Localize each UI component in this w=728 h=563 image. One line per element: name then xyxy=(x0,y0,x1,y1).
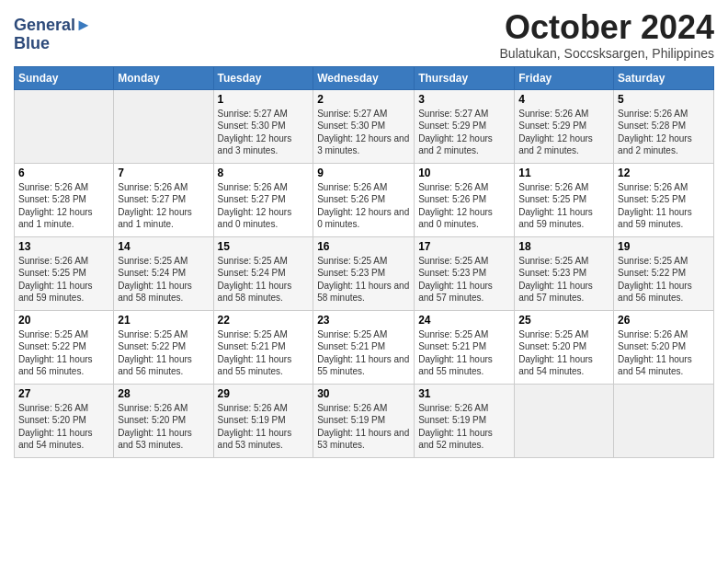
day-number: 3 xyxy=(418,93,510,106)
calendar-day-cell: 22Sunrise: 5:25 AM Sunset: 5:21 PM Dayli… xyxy=(213,310,313,384)
day-info: Sunrise: 5:25 AM Sunset: 5:22 PM Dayligh… xyxy=(18,328,109,378)
day-number: 19 xyxy=(618,240,710,253)
calendar-day-cell: 26Sunrise: 5:26 AM Sunset: 5:20 PM Dayli… xyxy=(614,310,714,384)
day-number: 24 xyxy=(418,314,510,327)
day-number: 30 xyxy=(317,387,410,400)
day-info: Sunrise: 5:25 AM Sunset: 5:21 PM Dayligh… xyxy=(218,328,310,378)
day-of-week-header: Saturday xyxy=(614,66,714,89)
day-info: Sunrise: 5:25 AM Sunset: 5:22 PM Dayligh… xyxy=(118,328,209,378)
day-info: Sunrise: 5:26 AM Sunset: 5:26 PM Dayligh… xyxy=(317,181,410,231)
day-info: Sunrise: 5:25 AM Sunset: 5:24 PM Dayligh… xyxy=(218,255,310,304)
calendar-day-cell: 28Sunrise: 5:26 AM Sunset: 5:20 PM Dayli… xyxy=(114,384,213,457)
calendar-day-cell xyxy=(614,384,714,457)
day-info: Sunrise: 5:26 AM Sunset: 5:20 PM Dayligh… xyxy=(18,402,109,452)
day-info: Sunrise: 5:25 AM Sunset: 5:23 PM Dayligh… xyxy=(518,255,609,304)
calendar-week-row: 20Sunrise: 5:25 AM Sunset: 5:22 PM Dayli… xyxy=(15,310,714,384)
day-number: 26 xyxy=(618,314,710,327)
calendar-day-cell: 19Sunrise: 5:25 AM Sunset: 5:22 PM Dayli… xyxy=(614,236,714,310)
calendar-day-cell: 25Sunrise: 5:25 AM Sunset: 5:20 PM Dayli… xyxy=(515,310,614,384)
day-number: 9 xyxy=(317,167,410,179)
day-number: 21 xyxy=(118,314,209,327)
page-header: General►Blue October 2024 Bulatukan, Soc… xyxy=(14,9,714,61)
calendar-day-cell xyxy=(15,89,114,163)
calendar-week-row: 6Sunrise: 5:26 AM Sunset: 5:28 PM Daylig… xyxy=(15,163,714,236)
day-number: 2 xyxy=(317,93,410,106)
day-info: Sunrise: 5:25 AM Sunset: 5:24 PM Dayligh… xyxy=(118,255,209,304)
day-info: Sunrise: 5:26 AM Sunset: 5:25 PM Dayligh… xyxy=(618,181,710,231)
calendar-day-cell: 4Sunrise: 5:26 AM Sunset: 5:29 PM Daylig… xyxy=(515,89,614,163)
calendar-day-cell: 14Sunrise: 5:25 AM Sunset: 5:24 PM Dayli… xyxy=(114,236,213,310)
month-title: October 2024 xyxy=(500,9,714,46)
calendar-day-cell: 11Sunrise: 5:26 AM Sunset: 5:25 PM Dayli… xyxy=(515,163,614,236)
calendar-day-cell: 17Sunrise: 5:25 AM Sunset: 5:23 PM Dayli… xyxy=(415,236,515,310)
day-of-week-header: Thursday xyxy=(415,66,515,89)
calendar-day-cell: 29Sunrise: 5:26 AM Sunset: 5:19 PM Dayli… xyxy=(213,384,313,457)
day-info: Sunrise: 5:25 AM Sunset: 5:21 PM Dayligh… xyxy=(317,328,410,378)
day-info: Sunrise: 5:26 AM Sunset: 5:25 PM Dayligh… xyxy=(518,181,609,231)
day-number: 23 xyxy=(317,314,410,327)
day-info: Sunrise: 5:26 AM Sunset: 5:28 PM Dayligh… xyxy=(618,108,710,157)
day-info: Sunrise: 5:26 AM Sunset: 5:20 PM Dayligh… xyxy=(618,328,710,378)
day-number: 8 xyxy=(218,167,310,179)
calendar-day-cell: 24Sunrise: 5:25 AM Sunset: 5:21 PM Dayli… xyxy=(415,310,515,384)
calendar-day-cell: 7Sunrise: 5:26 AM Sunset: 5:27 PM Daylig… xyxy=(114,163,213,236)
day-number: 20 xyxy=(18,314,109,327)
day-info: Sunrise: 5:25 AM Sunset: 5:23 PM Dayligh… xyxy=(317,255,410,304)
calendar-day-cell xyxy=(114,89,213,163)
day-of-week-header: Wednesday xyxy=(313,66,415,89)
calendar-day-cell: 27Sunrise: 5:26 AM Sunset: 5:20 PM Dayli… xyxy=(15,384,114,457)
calendar-day-cell: 13Sunrise: 5:26 AM Sunset: 5:25 PM Dayli… xyxy=(15,236,114,310)
day-number: 6 xyxy=(18,167,109,179)
day-number: 5 xyxy=(618,93,710,106)
day-info: Sunrise: 5:26 AM Sunset: 5:27 PM Dayligh… xyxy=(118,181,209,231)
logo: General►Blue xyxy=(14,17,92,53)
day-number: 13 xyxy=(18,240,109,253)
calendar-day-cell: 16Sunrise: 5:25 AM Sunset: 5:23 PM Dayli… xyxy=(313,236,415,310)
calendar-day-cell: 18Sunrise: 5:25 AM Sunset: 5:23 PM Dayli… xyxy=(515,236,614,310)
day-info: Sunrise: 5:26 AM Sunset: 5:29 PM Dayligh… xyxy=(518,108,609,157)
day-number: 27 xyxy=(18,387,109,400)
day-of-week-header: Tuesday xyxy=(213,66,313,89)
day-info: Sunrise: 5:27 AM Sunset: 5:30 PM Dayligh… xyxy=(218,108,310,157)
calendar-day-cell: 6Sunrise: 5:26 AM Sunset: 5:28 PM Daylig… xyxy=(15,163,114,236)
day-info: Sunrise: 5:25 AM Sunset: 5:20 PM Dayligh… xyxy=(518,328,609,378)
day-info: Sunrise: 5:25 AM Sunset: 5:21 PM Dayligh… xyxy=(418,328,510,378)
calendar-table: SundayMondayTuesdayWednesdayThursdayFrid… xyxy=(14,66,714,458)
day-info: Sunrise: 5:26 AM Sunset: 5:19 PM Dayligh… xyxy=(317,402,410,452)
day-info: Sunrise: 5:27 AM Sunset: 5:30 PM Dayligh… xyxy=(317,108,410,157)
day-number: 18 xyxy=(518,240,609,253)
day-number: 15 xyxy=(218,240,310,253)
day-of-week-header: Sunday xyxy=(15,66,114,89)
day-of-week-header: Monday xyxy=(114,66,213,89)
calendar-day-cell: 21Sunrise: 5:25 AM Sunset: 5:22 PM Dayli… xyxy=(114,310,213,384)
day-info: Sunrise: 5:26 AM Sunset: 5:19 PM Dayligh… xyxy=(218,402,310,452)
day-header-row: SundayMondayTuesdayWednesdayThursdayFrid… xyxy=(15,66,714,89)
day-number: 25 xyxy=(518,314,609,327)
logo-text: General►Blue xyxy=(14,17,92,53)
day-info: Sunrise: 5:26 AM Sunset: 5:25 PM Dayligh… xyxy=(18,255,109,304)
day-of-week-header: Friday xyxy=(515,66,614,89)
calendar-day-cell: 8Sunrise: 5:26 AM Sunset: 5:27 PM Daylig… xyxy=(213,163,313,236)
calendar-week-row: 13Sunrise: 5:26 AM Sunset: 5:25 PM Dayli… xyxy=(15,236,714,310)
day-number: 4 xyxy=(518,93,609,106)
day-info: Sunrise: 5:27 AM Sunset: 5:29 PM Dayligh… xyxy=(418,108,510,157)
day-number: 11 xyxy=(518,167,609,179)
day-number: 17 xyxy=(418,240,510,253)
day-number: 31 xyxy=(418,387,510,400)
day-number: 29 xyxy=(218,387,310,400)
calendar-day-cell: 5Sunrise: 5:26 AM Sunset: 5:28 PM Daylig… xyxy=(614,89,714,163)
calendar-day-cell: 30Sunrise: 5:26 AM Sunset: 5:19 PM Dayli… xyxy=(313,384,415,457)
calendar-day-cell: 1Sunrise: 5:27 AM Sunset: 5:30 PM Daylig… xyxy=(213,89,313,163)
day-info: Sunrise: 5:26 AM Sunset: 5:19 PM Dayligh… xyxy=(418,402,510,452)
day-info: Sunrise: 5:25 AM Sunset: 5:23 PM Dayligh… xyxy=(418,255,510,304)
calendar-day-cell: 10Sunrise: 5:26 AM Sunset: 5:26 PM Dayli… xyxy=(415,163,515,236)
day-number: 14 xyxy=(118,240,209,253)
calendar-week-row: 27Sunrise: 5:26 AM Sunset: 5:20 PM Dayli… xyxy=(15,384,714,457)
calendar-week-row: 1Sunrise: 5:27 AM Sunset: 5:30 PM Daylig… xyxy=(15,89,714,163)
calendar-day-cell: 31Sunrise: 5:26 AM Sunset: 5:19 PM Dayli… xyxy=(415,384,515,457)
day-number: 10 xyxy=(418,167,510,179)
day-info: Sunrise: 5:26 AM Sunset: 5:28 PM Dayligh… xyxy=(18,181,109,231)
calendar-day-cell: 23Sunrise: 5:25 AM Sunset: 5:21 PM Dayli… xyxy=(313,310,415,384)
calendar-day-cell: 2Sunrise: 5:27 AM Sunset: 5:30 PM Daylig… xyxy=(313,89,415,163)
day-number: 12 xyxy=(618,167,710,179)
